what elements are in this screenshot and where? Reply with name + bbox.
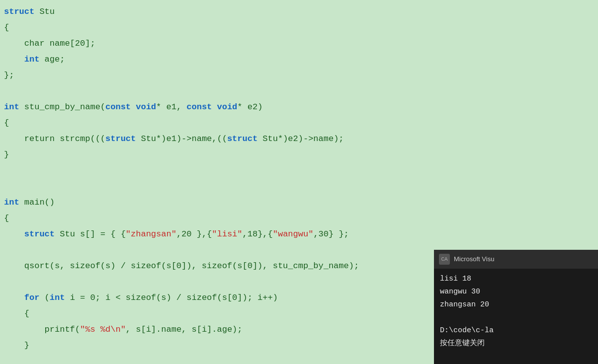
code-line: }; [0,68,598,83]
terminal-output-line: lisi 18 [440,273,592,286]
code-line: struct Stu [0,4,598,20]
code-line: int age; [0,52,598,68]
terminal-body: lisi 18wangwu 30zhangsan 20 D:\code\c-la… [434,269,598,354]
terminal-app-icon: CA [439,254,450,265]
code-line: { [0,20,598,36]
code-line: { [0,115,598,131]
code-line [0,163,598,179]
code-line: int stu_cmp_by_name(const void* e1, cons… [0,99,598,115]
terminal-icon-label: CA [441,253,447,266]
terminal-output-line: zhangsan 20 [440,298,592,311]
terminal-output-line: 按任意键关闭 [440,337,592,350]
terminal-output-line: D:\code\c-la [440,324,592,337]
terminal-window: CA Microsoft Visu lisi 18wangwu 30zhangs… [434,250,598,364]
code-line: return strcmp(((struct Stu*)e1)->name,((… [0,131,598,147]
code-line: { [0,211,598,226]
code-line [0,83,598,99]
code-line: struct Stu s[] = { {"zhangsan",20 },{"li… [0,226,598,242]
code-line [0,179,598,195]
terminal-output-line: wangwu 30 [440,286,592,298]
code-line: } [0,147,598,163]
code-line: char name[20]; [0,36,598,52]
code-line: int main() [0,195,598,211]
terminal-output-line [440,311,592,324]
terminal-title: Microsoft Visu [454,253,494,266]
terminal-titlebar: CA Microsoft Visu [434,250,598,269]
